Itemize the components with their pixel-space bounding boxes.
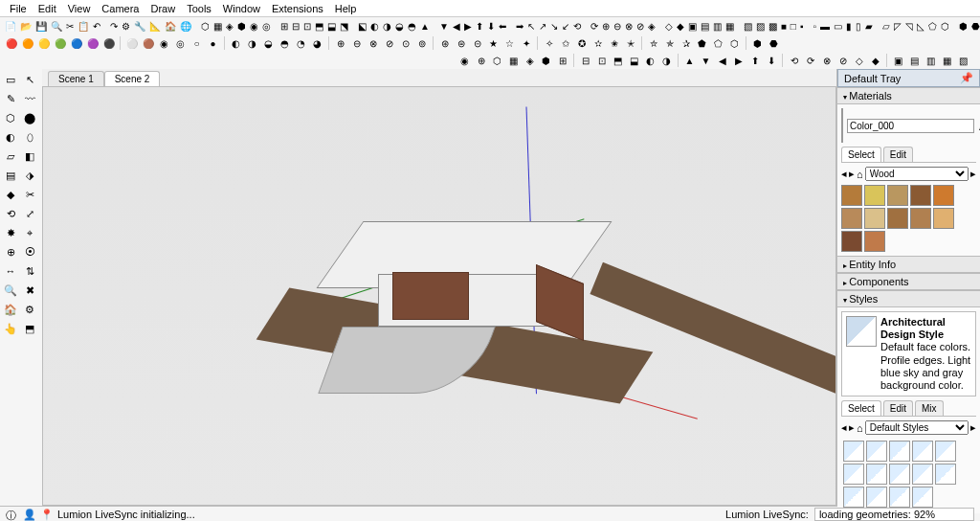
style-nav-fwd-icon[interactable]: ▸ xyxy=(849,421,855,434)
toolbar3-btn-13[interactable]: ▲ xyxy=(682,54,697,68)
toolbar3-btn-27[interactable]: ▥ xyxy=(924,54,938,68)
toolbar1-btn-65[interactable]: ▯ xyxy=(855,19,862,34)
left-tool-26[interactable]: 👆 xyxy=(2,320,19,337)
style-swatch-11[interactable] xyxy=(866,487,887,508)
toolbar2-btn-26[interactable]: ⊜ xyxy=(454,36,468,51)
toolbar1-btn-24[interactable]: ⬔ xyxy=(339,19,349,34)
toolbar2-btn-21[interactable]: ⊗ xyxy=(366,36,380,51)
toolbar2-btn-3[interactable]: 🟢 xyxy=(53,36,67,51)
toolbar2-btn-40[interactable]: ⬟ xyxy=(695,36,709,51)
toolbar2-btn-20[interactable]: ⊖ xyxy=(349,36,364,51)
toolbar1-btn-25[interactable]: ⬕ xyxy=(357,19,368,34)
materials-tab-edit[interactable]: Edit xyxy=(883,147,913,162)
toolbar1-btn-42[interactable]: ⟲ xyxy=(572,19,582,34)
left-tool-14[interactable]: ⟲ xyxy=(2,205,19,222)
toolbar2-btn-42[interactable]: ⬡ xyxy=(727,36,742,51)
material-swatch-11[interactable] xyxy=(864,231,885,252)
style-swatch-0[interactable] xyxy=(843,441,864,462)
left-tool-8[interactable]: ▱ xyxy=(2,147,19,165)
menu-extensions[interactable]: Extensions xyxy=(266,1,329,16)
toolbar1-btn-19[interactable]: ⊞ xyxy=(279,19,289,34)
toolbar2-btn-7[interactable]: ⚪ xyxy=(124,36,139,51)
toolbar3-btn-29[interactable]: ▧ xyxy=(956,54,970,68)
left-tool-24[interactable]: 🏠 xyxy=(2,301,19,318)
toolbar1-btn-47[interactable]: ⊘ xyxy=(635,19,645,34)
toolbar1-btn-0[interactable]: 📄 xyxy=(4,19,17,34)
toolbar2-btn-30[interactable]: ✦ xyxy=(519,36,533,51)
style-swatch-9[interactable] xyxy=(935,464,956,485)
toolbar3-btn-15[interactable]: ◀ xyxy=(715,54,729,68)
material-swatch-10[interactable] xyxy=(841,231,862,252)
material-library-select[interactable]: Wood xyxy=(865,167,969,181)
toolbar3-btn-5[interactable]: ⬢ xyxy=(539,54,553,68)
style-nav-back-icon[interactable]: ◂ xyxy=(841,421,847,434)
toolbar2-btn-13[interactable]: ◐ xyxy=(229,36,243,51)
toolbar2-btn-37[interactable]: ✮ xyxy=(646,36,660,51)
style-swatch-1[interactable] xyxy=(866,441,887,462)
panel-entity-info-header[interactable]: Entity Info xyxy=(837,256,980,273)
toolbar1-btn-67[interactable]: ▱ xyxy=(881,19,891,34)
toolbar1-btn-39[interactable]: ↗ xyxy=(538,19,547,34)
toolbar3-btn-8[interactable]: ⊡ xyxy=(594,54,609,68)
left-tool-5[interactable]: ⬤ xyxy=(21,109,38,126)
menu-edit[interactable]: Edit xyxy=(33,1,62,16)
toolbar2-btn-22[interactable]: ⊘ xyxy=(382,36,396,51)
material-swatch-0[interactable] xyxy=(841,185,862,206)
toolbar2-btn-23[interactable]: ⊙ xyxy=(398,36,412,51)
toolbar3-btn-1[interactable]: ⊕ xyxy=(474,54,488,68)
toolbar1-btn-26[interactable]: ◐ xyxy=(369,19,380,34)
left-tool-23[interactable]: ✖ xyxy=(21,282,38,299)
styles-tab-edit[interactable]: Edit xyxy=(883,400,913,416)
left-tool-15[interactable]: ⤢ xyxy=(21,205,38,222)
model-house[interactable] xyxy=(292,183,617,374)
toolbar1-btn-38[interactable]: ↖ xyxy=(526,19,536,34)
style-swatch-5[interactable] xyxy=(843,464,864,485)
toolbar1-btn-20[interactable]: ⊟ xyxy=(291,19,301,34)
menu-draw[interactable]: Draw xyxy=(145,1,181,16)
toolbar3-btn-14[interactable]: ▼ xyxy=(699,54,713,68)
toolbar2-btn-32[interactable]: ✩ xyxy=(558,36,572,51)
styles-tab-select[interactable]: Select xyxy=(841,400,881,416)
toolbar1-btn-21[interactable]: ⊡ xyxy=(302,19,312,34)
toolbar1-btn-16[interactable]: ⬢ xyxy=(236,19,247,34)
toolbar1-btn-29[interactable]: ◓ xyxy=(407,19,417,34)
toolbar2-btn-27[interactable]: ⊝ xyxy=(470,36,484,51)
left-tool-16[interactable]: ✸ xyxy=(2,224,19,241)
toolbar3-btn-21[interactable]: ⊗ xyxy=(819,54,834,68)
toolbar3-btn-11[interactable]: ◐ xyxy=(643,54,657,68)
toolbar1-btn-69[interactable]: ◹ xyxy=(904,19,914,34)
style-swatch-8[interactable] xyxy=(912,464,933,485)
toolbar1-btn-73[interactable]: ⬢ xyxy=(958,19,969,34)
toolbar1-btn-36[interactable]: ⬅ xyxy=(498,19,507,34)
toolbar3-btn-10[interactable]: ⬓ xyxy=(627,54,641,68)
viewport-3d[interactable] xyxy=(42,86,836,506)
toolbar3-btn-0[interactable]: ◉ xyxy=(457,54,472,68)
toolbar2-btn-35[interactable]: ✬ xyxy=(607,36,621,51)
toolbar1-btn-51[interactable]: ▣ xyxy=(687,19,698,34)
toolbar1-btn-35[interactable]: ⬇ xyxy=(486,19,496,34)
left-tool-21[interactable]: ⇅ xyxy=(21,262,38,280)
toolbar2-btn-8[interactable]: 🟤 xyxy=(141,36,155,51)
material-swatch-8[interactable] xyxy=(910,208,931,229)
toolbar1-btn-28[interactable]: ◒ xyxy=(394,19,405,34)
toolbar3-btn-19[interactable]: ⟲ xyxy=(787,54,801,68)
toolbar1-btn-46[interactable]: ⊗ xyxy=(624,19,634,34)
left-tool-12[interactable]: ◆ xyxy=(2,186,19,203)
toolbar2-btn-39[interactable]: ✰ xyxy=(679,36,693,51)
toolbar3-btn-26[interactable]: ▤ xyxy=(907,54,922,68)
home-icon[interactable]: ⌂ xyxy=(857,169,863,180)
toolbar1-btn-56[interactable]: ▨ xyxy=(755,19,766,34)
toolbar1-btn-45[interactable]: ⊖ xyxy=(612,19,622,34)
toolbar1-btn-10[interactable]: 📐 xyxy=(148,19,162,34)
toolbar2-btn-4[interactable]: 🔵 xyxy=(69,36,83,51)
toolbar3-btn-24[interactable]: ◆ xyxy=(868,54,882,68)
material-swatch-3[interactable] xyxy=(910,185,931,206)
toolbar3-btn-17[interactable]: ⬆ xyxy=(747,54,762,68)
toolbar1-btn-66[interactable]: ▰ xyxy=(864,19,874,34)
scene-tab-0[interactable]: Scene 1 xyxy=(48,71,104,86)
toolbar3-btn-7[interactable]: ⊟ xyxy=(578,54,592,68)
toolbar1-btn-71[interactable]: ⬠ xyxy=(927,19,938,34)
toolbar1-btn-3[interactable]: 🔍 xyxy=(50,19,63,34)
style-swatch-2[interactable] xyxy=(889,441,910,462)
toolbar1-btn-34[interactable]: ⬆ xyxy=(475,19,484,34)
